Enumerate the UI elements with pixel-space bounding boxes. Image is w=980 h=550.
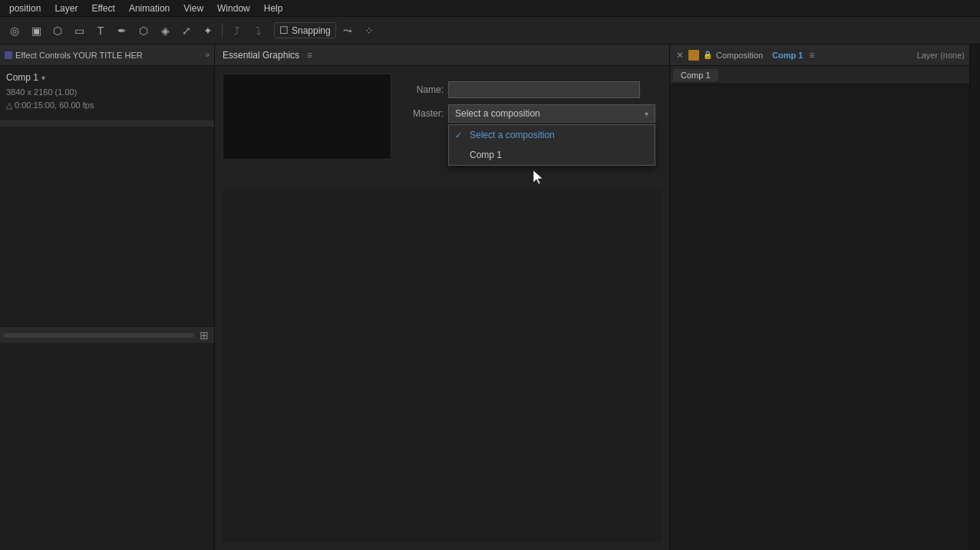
- snapping-label: Snapping: [292, 25, 331, 36]
- composition-panel: ✕ 🔒 Composition Comp 1 ≡ Layer (none) Co…: [670, 44, 969, 550]
- panel-color-dot: [5, 51, 12, 59]
- composition-panel-close[interactable]: ✕: [675, 50, 685, 61]
- tool-text[interactable]: T: [91, 21, 111, 41]
- tool-crop[interactable]: ⬡: [48, 21, 68, 41]
- effect-controls-panel: Effect Controls YOUR TITLE HER » Comp 1 …: [0, 44, 215, 550]
- master-dropdown-menu: ✓ Select a composition Comp 1: [448, 124, 655, 166]
- panel-expand-icon[interactable]: »: [205, 51, 210, 59]
- composition-panel-menu[interactable]: ≡: [809, 50, 814, 61]
- comp-name-row[interactable]: Comp 1 ▾: [6, 72, 208, 83]
- comp-name-label: Comp 1: [6, 72, 38, 83]
- master-dropdown-arrow-icon: ▾: [645, 110, 648, 118]
- eg-right-form: Name: Master: Select a composition ▾: [407, 74, 662, 123]
- tool-rect[interactable]: ▣: [26, 21, 46, 41]
- tool-extra2[interactable]: ⤵: [248, 21, 268, 41]
- essential-graphics-title: Essential Graphics: [223, 50, 299, 61]
- comp-tab-comp1[interactable]: Comp 1: [673, 69, 718, 81]
- tool-pen[interactable]: ✒: [112, 21, 132, 41]
- effect-controls-title: Effect Controls YOUR TITLE HER: [15, 51, 202, 60]
- left-scrollbar[interactable]: [0, 120, 214, 127]
- comp-dimensions: 3840 x 2160 (1.00) △ 0:00:15:00, 60.00 f…: [6, 86, 208, 111]
- snapping-checkbox[interactable]: ☐: [279, 25, 289, 36]
- master-dropdown-wrapper: Select a composition ▾ ✓ Select a compos…: [448, 104, 655, 123]
- master-label: Master:: [407, 108, 444, 119]
- eg-preview-thumbnail: [223, 74, 391, 160]
- menu-animation[interactable]: Animation: [123, 2, 176, 15]
- eg-body-area: [223, 189, 662, 542]
- comp-dropdown-arrow[interactable]: ▾: [41, 74, 45, 82]
- checkmark-icon: ✓: [455, 130, 466, 140]
- master-row: Master: Select a composition ▾ ✓ Select …: [407, 104, 662, 123]
- toolbar-separator: [222, 23, 223, 38]
- menu-composition[interactable]: position: [3, 2, 47, 15]
- master-dropdown-selected-text: Select a composition: [455, 108, 540, 119]
- left-timeline-track: [3, 333, 194, 338]
- tool-clone[interactable]: ⬡: [134, 21, 153, 41]
- layer-label: Layer (none): [917, 51, 965, 60]
- grid-view-icon[interactable]: ⊞: [197, 328, 211, 342]
- tool-eraser[interactable]: ◈: [155, 21, 175, 41]
- menu-window[interactable]: Window: [211, 2, 256, 15]
- lock-icon[interactable]: 🔒: [702, 50, 713, 61]
- comp-info: Comp 1 ▾ 3840 x 2160 (1.00) △ 0:00:15:00…: [0, 66, 214, 114]
- composition-name: Comp 1: [772, 51, 803, 60]
- tool-dots-icon[interactable]: ⁘: [359, 21, 379, 41]
- master-dropdown-button[interactable]: Select a composition ▾: [448, 104, 655, 123]
- menu-layer[interactable]: Layer: [48, 2, 84, 15]
- name-input[interactable]: [448, 81, 640, 98]
- menu-help[interactable]: Help: [258, 2, 289, 15]
- toolbar: ◎ ▣ ⬡ ▭ T ✒ ⬡ ◈ ⤢ ✦ ⤴ ⤵ ☐ Snapping ⤳ ⁘: [0, 17, 980, 44]
- far-right-panel: [969, 44, 980, 550]
- essential-graphics-panel: Essential Graphics ≡ Name: Master:: [215, 44, 670, 550]
- composition-label: Composition: [716, 51, 763, 60]
- dropdown-option-select-composition[interactable]: ✓ Select a composition: [449, 125, 655, 145]
- composition-body: [670, 84, 969, 550]
- comp-tabs: Comp 1: [670, 66, 969, 84]
- name-label: Name:: [407, 84, 444, 95]
- tool-snap-icon[interactable]: ⤳: [338, 21, 358, 41]
- composition-icon: [688, 50, 699, 61]
- tool-select[interactable]: ◎: [5, 21, 25, 41]
- tool-extra1[interactable]: ⤴: [226, 21, 246, 41]
- dropdown-option-label-1: Comp 1: [470, 150, 502, 160]
- dropdown-option-comp1[interactable]: Comp 1: [449, 145, 655, 165]
- name-row: Name:: [407, 81, 662, 98]
- effect-controls-header: Effect Controls YOUR TITLE HER »: [0, 44, 214, 66]
- menu-bar: position Layer Effect Animation View Win…: [0, 0, 980, 17]
- dropdown-option-label-0: Select a composition: [470, 130, 555, 140]
- main-layout: Effect Controls YOUR TITLE HER » Comp 1 …: [0, 44, 980, 550]
- menu-effect[interactable]: Effect: [85, 2, 120, 15]
- tool-roto[interactable]: ⤢: [177, 21, 196, 41]
- tool-puppet[interactable]: ✦: [198, 21, 218, 41]
- left-panel-bottom: ⊞: [0, 326, 214, 343]
- snapping-toggle[interactable]: ☐ Snapping: [274, 22, 336, 38]
- essential-graphics-menu-icon[interactable]: ≡: [307, 50, 312, 61]
- composition-panel-header: ✕ 🔒 Composition Comp 1 ≡ Layer (none): [670, 44, 969, 66]
- menu-view[interactable]: View: [177, 2, 210, 15]
- tool-shape[interactable]: ▭: [69, 21, 89, 41]
- essential-graphics-header: Essential Graphics ≡: [215, 44, 669, 66]
- eg-form-area: Name: Master: Select a composition ▾: [215, 66, 669, 189]
